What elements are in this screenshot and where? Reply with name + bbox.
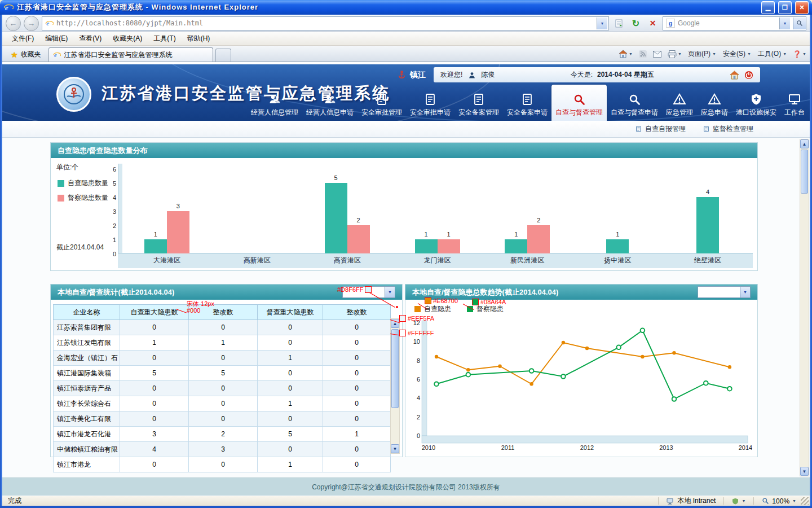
table-row[interactable]: 镇江恒泰沥青产品0000 (54, 381, 391, 396)
compatibility-view-icon[interactable] (612, 16, 626, 30)
print-button[interactable]: ▼ (668, 50, 682, 58)
value-cell: 0 (323, 457, 391, 472)
value-cell: 0 (258, 442, 323, 457)
menu-item-0[interactable]: 文件(F) (7, 33, 39, 45)
home-shortcut-icon[interactable] (730, 70, 739, 80)
nav-item-11[interactable]: 工作台 (780, 85, 809, 121)
nav-item-3[interactable]: 安全审批申请 (406, 85, 454, 121)
search-input[interactable]: Google (678, 19, 776, 27)
user-name[interactable]: 陈俊 (481, 70, 495, 80)
legend-item: 督察隐患数量 (58, 193, 108, 203)
scroll-down-icon[interactable]: ▼ (800, 467, 809, 476)
bar: 4 (696, 197, 719, 253)
bar-chart-panel: 自查隐患/督查隐患数量分布 单位:个 自查隐患数量督察隐患数量 截止2014.0… (50, 142, 758, 271)
table-row[interactable]: 中储粮镇江粮油有限4300 (54, 442, 391, 457)
page-scrollbar[interactable]: ▲ ▼ (800, 139, 809, 476)
scroll-down-icon[interactable]: ▼ (391, 444, 399, 453)
tab-active[interactable]: e 江苏省港口安全监管与应急管理系统 (48, 47, 213, 62)
copyright-text: Copyright@江苏省交通规划设计院股份有限公司 2013版权所有 (312, 483, 500, 492)
bar-groups: 13大港港区高新港区52高资港区11龙门港区12新民洲港区1扬中港区4绝壁港区 (122, 160, 753, 268)
toolbar-button-2[interactable]: 工具(O)▼ (758, 49, 787, 59)
new-tab-stub[interactable] (215, 49, 231, 62)
search-button[interactable] (793, 17, 806, 29)
nav-item-label: 自查与督查申请 (611, 108, 658, 117)
tab-toolbar: ▼ ▼ 页面(P)▼安全(S)▼工具(O)▼ ❓▼ (619, 49, 806, 62)
enterprise-name-cell: 镇江港国际集装箱 (54, 366, 120, 381)
zoom-control[interactable]: 100% ▼ (757, 497, 801, 505)
table-row[interactable]: 金海宏业（镇江）石0010 (54, 351, 391, 366)
scroll-up-icon[interactable]: ▲ (800, 139, 809, 148)
bar-group: 高新港区 (212, 160, 302, 268)
feed-icon[interactable] (639, 50, 647, 58)
trend-filter-dropdown[interactable]: ▼ (698, 286, 751, 298)
protected-mode-indicator[interactable]: ▼ (727, 498, 750, 505)
table-row[interactable]: 镇江市港龙石化港3251 (54, 427, 391, 442)
menu-item-3[interactable]: 收藏夹(A) (108, 33, 147, 45)
value-cell: 0 (189, 381, 258, 396)
browser-window: e 江苏省港口安全监管与应急管理系统 - Windows Internet Ex… (0, 0, 812, 508)
search-engine-dropdown[interactable]: ▼ (779, 17, 790, 29)
menu-item-1[interactable]: 编辑(E) (40, 33, 73, 45)
url-dropdown-button[interactable]: ▼ (597, 17, 607, 29)
dropdown-arrow-icon[interactable]: ▼ (740, 287, 750, 297)
search-box[interactable]: g Google ▼ (663, 16, 806, 30)
main-nav: 经营人信息管理经营人信息申请安全审批管理安全审批申请安全备案管理安全备案申请自查… (165, 87, 809, 121)
menu-item-5[interactable]: 帮助(H) (182, 33, 215, 45)
table-row[interactable]: 镇江市港龙0010 (54, 457, 391, 472)
table-row[interactable]: 江苏索普集团有限0000 (54, 320, 391, 335)
nav-item-2[interactable]: 安全审批管理 (358, 85, 406, 121)
forward-button[interactable]: → (24, 16, 39, 31)
back-button[interactable]: ← (6, 16, 21, 31)
dropdown-arrow-icon[interactable]: ▼ (385, 287, 395, 297)
title-bar[interactable]: e 江苏省港口安全监管与应急管理系统 - Windows Internet Ex… (0, 0, 812, 15)
category-label: 高新港区 (212, 256, 302, 265)
table-row[interactable]: 镇江港国际集装箱5500 (54, 366, 391, 381)
status-bar: 完成 本地 Intranet ▼ 100% ▼ (2, 496, 810, 506)
table-scrollbar[interactable]: ▲ ▼ (390, 318, 400, 454)
logout-icon[interactable] (744, 70, 753, 80)
submenu-item-1[interactable]: 监督检查管理 (703, 124, 753, 134)
url-field[interactable]: e http://localhost:8080/yjpt/Main.html ▼ (42, 16, 609, 30)
menu-item-2[interactable]: 查看(V) (74, 33, 107, 45)
help-button[interactable]: ❓▼ (793, 50, 806, 58)
submenu-item-0[interactable]: 自查自报管理 (635, 124, 686, 134)
category-label: 扬中港区 (572, 256, 663, 265)
menu-bar: 文件(F)编辑(E)查看(V)收藏夹(A)工具(T)帮助(H) (2, 32, 810, 46)
nav-item-4[interactable]: 安全备案管理 (454, 85, 503, 121)
refresh-button[interactable]: ↻ (629, 16, 643, 30)
nav-item-1[interactable]: 经营人信息申请 (302, 85, 358, 121)
table-row[interactable]: 江苏镇江发电有限1100 (54, 335, 391, 351)
bar-pair: 4 (696, 197, 719, 253)
nav-item-9[interactable]: 应急申请 (697, 85, 732, 121)
table-row[interactable]: 镇江奇美化工有限0000 (54, 411, 391, 427)
maximize-button[interactable]: ❐ (778, 1, 792, 14)
favorites-button[interactable]: ★ 收藏夹 (6, 47, 46, 62)
nav-item-8[interactable]: 应急管理 (662, 85, 697, 121)
legend-label: 自查隐患 (424, 304, 451, 314)
svg-text:2011: 2011 (501, 444, 515, 451)
nav-item-6[interactable]: 自查与督查管理 (551, 85, 607, 121)
menu-item-4[interactable]: 工具(T) (148, 33, 180, 45)
toolbar-button-0[interactable]: 页面(P)▼ (688, 49, 716, 59)
minimize-button[interactable]: ▁ (761, 1, 775, 14)
table-scroll-thumb[interactable] (391, 329, 399, 408)
nav-item-5[interactable]: 安全备案申请 (503, 85, 551, 121)
status-text: 完成 (2, 496, 655, 506)
table-row[interactable]: 镇江李长荣综合石0010 (54, 396, 391, 411)
value-cell: 0 (258, 320, 323, 335)
svg-text:2012: 2012 (580, 444, 594, 451)
nav-item-0[interactable]: 经营人信息管理 (247, 85, 302, 121)
submenu-label: 监督检查管理 (713, 124, 753, 134)
nav-item-7[interactable]: 自查与督查申请 (607, 85, 662, 121)
nav-item-10[interactable]: 港口设施保安 (732, 85, 780, 121)
mail-icon[interactable] (653, 51, 661, 58)
bar-value-label: 1 (438, 231, 460, 238)
url-text[interactable]: http://localhost:8080/yjpt/Main.html (56, 19, 594, 27)
toolbar-button-1[interactable]: 安全(S)▼ (723, 49, 751, 59)
category-label: 绝壁港区 (663, 256, 753, 265)
stop-button[interactable]: ✕ (646, 16, 660, 30)
page-scroll-thumb[interactable] (801, 150, 808, 194)
home-button[interactable]: ▼ (619, 50, 633, 58)
toolbar-text-buttons: 页面(P)▼安全(S)▼工具(O)▼ (688, 49, 787, 59)
close-button[interactable]: ✕ (795, 1, 809, 14)
